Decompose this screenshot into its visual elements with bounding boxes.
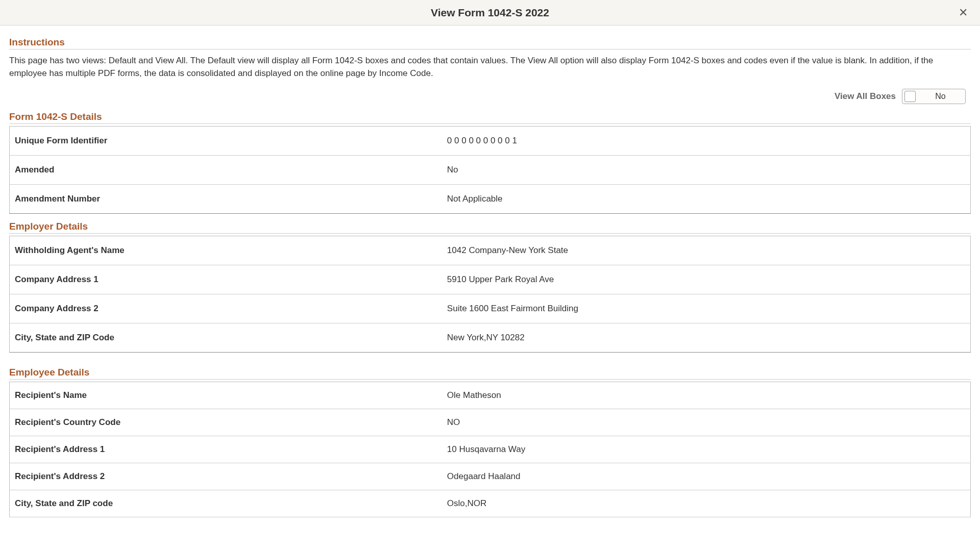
table-row: City, State and ZIP Code New York,NY 102…: [10, 323, 971, 353]
view-all-toggle[interactable]: No: [902, 89, 966, 104]
field-label: Company Address 1: [10, 265, 442, 294]
table-row: City, State and ZIP code Oslo,NOR: [10, 490, 971, 517]
modal-header: View Form 1042-S 2022 ✕: [0, 0, 980, 26]
content-scroll-area[interactable]: Instructions This page has two views: De…: [0, 26, 980, 551]
field-label: Unique Form Identifier: [10, 127, 442, 156]
table-row: Recipient's Country Code NO: [10, 409, 971, 436]
close-icon: ✕: [959, 6, 968, 19]
toggle-value: No: [916, 92, 965, 101]
field-label: Company Address 2: [10, 294, 442, 323]
field-value: No: [442, 156, 971, 185]
field-label: City, State and ZIP Code: [10, 323, 442, 353]
table-row: Recipient's Address 1 10 Husqavarna Way: [10, 436, 971, 463]
table-row: Company Address 2 Suite 1600 East Fairmo…: [10, 294, 971, 323]
table-row: Recipient's Address 2 Odegaard Haaland: [10, 463, 971, 490]
instructions-heading: Instructions: [9, 37, 971, 49]
field-label: Recipient's Name: [10, 382, 442, 409]
field-label: Recipient's Address 1: [10, 436, 442, 463]
field-value: 5910 Upper Park Royal Ave: [442, 265, 971, 294]
table-row: Amended No: [10, 156, 971, 185]
table-row: Unique Form Identifier 0 0 0 0 0 0 0 0 0…: [10, 127, 971, 156]
table-row: Withholding Agent's Name 1042 Company-Ne…: [10, 236, 971, 265]
close-button[interactable]: ✕: [957, 4, 970, 21]
field-label: Amendment Number: [10, 185, 442, 214]
field-label: Amended: [10, 156, 442, 185]
employer-details-heading: Employer Details: [9, 221, 971, 234]
employee-details-heading: Employee Details: [9, 367, 971, 380]
field-label: Recipient's Address 2: [10, 463, 442, 490]
field-value: 0 0 0 0 0 0 0 0 0 1: [442, 127, 971, 156]
field-value: New York,NY 10282: [442, 323, 971, 353]
field-label: City, State and ZIP code: [10, 490, 442, 517]
field-value: Oslo,NOR: [442, 490, 971, 517]
field-value: Odegaard Haaland: [442, 463, 971, 490]
field-value: 10 Husqavarna Way: [442, 436, 971, 463]
field-label: Withholding Agent's Name: [10, 236, 442, 265]
page-title: View Form 1042-S 2022: [431, 7, 549, 19]
form-details-heading: Form 1042-S Details: [9, 111, 971, 124]
field-value: NO: [442, 409, 971, 436]
table-row: Company Address 1 5910 Upper Park Royal …: [10, 265, 971, 294]
view-all-label: View All Boxes: [835, 91, 896, 102]
field-value: Not Applicable: [442, 185, 971, 214]
form-details-table: Unique Form Identifier 0 0 0 0 0 0 0 0 0…: [9, 126, 971, 214]
table-row: Amendment Number Not Applicable: [10, 185, 971, 214]
instructions-text: This page has two views: Default and Vie…: [9, 55, 971, 80]
employer-details-table: Withholding Agent's Name 1042 Company-Ne…: [9, 236, 971, 353]
field-label: Recipient's Country Code: [10, 409, 442, 436]
employee-details-table: Recipient's Name Ole Matheson Recipient'…: [9, 382, 971, 517]
toggle-knob: [904, 91, 916, 102]
field-value: Suite 1600 East Fairmont Building: [442, 294, 971, 323]
view-all-row: View All Boxes No: [9, 89, 971, 104]
field-value: 1042 Company-New York State: [442, 236, 971, 265]
field-value: Ole Matheson: [442, 382, 971, 409]
table-row: Recipient's Name Ole Matheson: [10, 382, 971, 409]
